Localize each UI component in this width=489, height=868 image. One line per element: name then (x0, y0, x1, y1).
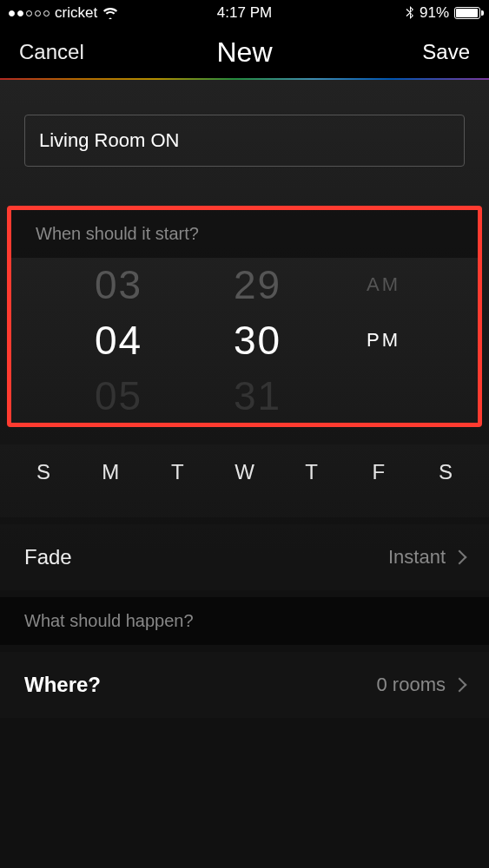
minute-picker[interactable]: 29 30 31 (197, 258, 319, 423)
days-of-week: S M T W T F S (0, 444, 489, 517)
fade-value-text: Instant (388, 546, 446, 569)
minute-selected: 30 (234, 312, 281, 368)
hour-selected: 04 (95, 312, 142, 368)
where-value: 0 rooms (377, 674, 465, 696)
save-button[interactable]: Save (422, 40, 470, 64)
day-wed[interactable]: W (225, 460, 263, 484)
where-value-text: 0 rooms (377, 674, 446, 696)
day-fri[interactable]: F (360, 460, 398, 484)
day-tue[interactable]: T (158, 460, 196, 484)
time-picker[interactable]: 03 04 05 29 30 31 AM PM (11, 258, 478, 423)
happen-section-header: What should happen? (0, 597, 489, 645)
ampm-picker[interactable]: AM PM (336, 258, 432, 423)
hour-next: 05 (95, 368, 142, 423)
start-section-header: When should it start? (11, 210, 478, 258)
day-sat[interactable]: S (426, 460, 465, 484)
hour-prev: 03 (95, 258, 142, 312)
where-row[interactable]: Where? 0 rooms (0, 652, 489, 718)
content: When should it start? 03 04 05 29 30 31 … (0, 80, 489, 868)
fade-value: Instant (388, 546, 465, 569)
status-bar: cricket 4:17 PM 91% (0, 0, 489, 26)
chevron-right-icon (453, 678, 467, 693)
day-mon[interactable]: M (91, 460, 129, 484)
day-sun[interactable]: S (24, 460, 63, 484)
routine-name-input[interactable] (24, 115, 465, 167)
fade-label: Fade (24, 545, 72, 569)
where-label: Where? (24, 673, 101, 697)
start-time-highlight: When should it start? 03 04 05 29 30 31 … (7, 206, 482, 427)
cancel-button[interactable]: Cancel (19, 40, 84, 64)
ampm-prev: AM (367, 258, 400, 312)
minute-prev: 29 (234, 258, 281, 312)
battery-icon (454, 7, 480, 19)
battery-percent: 91% (420, 4, 449, 22)
ampm-blank (380, 368, 387, 423)
status-right: 91% (406, 4, 480, 22)
fade-row[interactable]: Fade Instant (0, 524, 489, 590)
day-thu[interactable]: T (293, 460, 331, 484)
screen: cricket 4:17 PM 91% Cancel New Save When… (0, 0, 489, 868)
minute-next: 31 (234, 368, 281, 423)
ampm-selected: PM (367, 312, 400, 368)
bluetooth-icon (406, 6, 414, 20)
nav-bar: Cancel New Save (0, 26, 489, 78)
name-field-wrap (0, 80, 489, 206)
chevron-right-icon (453, 550, 467, 565)
hour-picker[interactable]: 03 04 05 (58, 258, 180, 423)
